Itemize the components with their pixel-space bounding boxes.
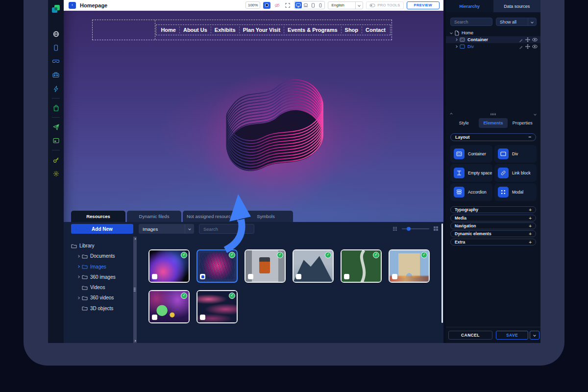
tree-item-360-images[interactable]: 360 images (71, 274, 132, 280)
nav-link-shop[interactable]: Shop (342, 26, 363, 33)
select-checkbox[interactable] (248, 274, 253, 279)
show-all-select[interactable]: Show all (496, 18, 537, 26)
vr-headset-icon[interactable] (48, 54, 64, 68)
lightning-icon[interactable] (48, 82, 64, 96)
thumbnail-arc-de-triomphe[interactable] (389, 249, 430, 283)
nav-link-plan-your-visit[interactable]: Plan Your Visit (240, 26, 284, 33)
tree-item-images[interactable]: Images (71, 264, 132, 270)
language-select[interactable]: English (328, 1, 363, 9)
tab-resources[interactable]: Resources (71, 211, 125, 222)
expand-plus-icon[interactable]: + (529, 223, 532, 229)
thumbnail-forest-road-aerial[interactable] (341, 249, 382, 283)
tab-properties[interactable]: Properties (508, 118, 537, 128)
app-logo-icon[interactable] (51, 4, 61, 14)
drag-handle-icon[interactable] (134, 288, 136, 292)
select-checkbox[interactable] (200, 274, 205, 279)
select-checkbox[interactable] (152, 315, 157, 320)
tree-item-library[interactable]: Library (71, 243, 132, 249)
save-options-chevron[interactable] (530, 331, 539, 340)
resource-type-select[interactable]: Images (139, 224, 194, 234)
add-new-button[interactable]: Add New (71, 224, 133, 234)
thumbnail-size-slider[interactable] (402, 228, 429, 229)
chevron-down-icon[interactable] (450, 31, 453, 34)
nav-link-home[interactable]: Home (157, 26, 180, 33)
device-tablet-button[interactable] (310, 2, 317, 8)
thumbnail-abstract-blue-pink-waves[interactable] (148, 249, 190, 283)
expand-plus-icon[interactable]: + (529, 207, 532, 213)
select-checkbox[interactable] (200, 315, 205, 320)
zoom-level-badge[interactable]: 100% (245, 1, 260, 9)
hierarchy-node-div[interactable]: Div (446, 43, 540, 50)
tree-item-videos[interactable]: Videos (71, 284, 132, 291)
thumbnail-pink-abstract-waves[interactable] (196, 290, 238, 323)
edit-pencil-icon[interactable] (519, 45, 523, 49)
site-header-selection[interactable]: Home About Us Exhibits Plan Your Visit E… (92, 20, 392, 40)
chevron-right-icon[interactable] (455, 45, 458, 48)
element-card-container[interactable]: Container (450, 145, 492, 163)
ar-box-icon[interactable] (48, 68, 64, 82)
element-card-empty-space[interactable]: Empty space (450, 164, 492, 182)
video-player-icon[interactable] (48, 134, 64, 147)
tree-item-360-videos[interactable]: 360 videos (71, 294, 132, 301)
expand-plus-icon[interactable]: + (529, 240, 532, 245)
tab-dynamic-fields[interactable]: Dynamic fileds (127, 211, 181, 222)
shopping-bag-icon[interactable] (48, 101, 64, 115)
small-grid-icon[interactable] (393, 227, 397, 231)
tab-hierarchy[interactable]: Hierarchy (446, 0, 493, 12)
site-preview-canvas[interactable]: Home About Us Exhibits Plan Your Visit E… (64, 11, 443, 222)
tab-elements[interactable]: Elements (479, 118, 508, 128)
thumbnail-pink-wave-cube[interactable] (196, 249, 238, 283)
tree-item-documents[interactable]: Documents (71, 253, 132, 259)
settings-gear-icon[interactable] (48, 167, 64, 180)
save-button[interactable]: SAVE (496, 331, 528, 340)
element-card-link-block[interactable]: Link block (494, 164, 537, 182)
tree-panel-scrollbar[interactable] (133, 237, 137, 343)
select-checkbox[interactable] (152, 274, 157, 279)
resources-search-input[interactable] (199, 224, 254, 234)
eye-icon[interactable] (532, 38, 538, 42)
cancel-button[interactable]: CANCEL (448, 331, 492, 340)
element-card-div[interactable]: Div (494, 145, 537, 163)
chevron-down-icon[interactable] (534, 113, 537, 116)
thumbnail-snowy-mountain[interactable] (293, 249, 334, 283)
section-media[interactable]: Media + (450, 215, 536, 221)
device-phone-button[interactable] (317, 2, 324, 8)
thumbnail-tram-snow-street[interactable] (245, 249, 286, 283)
tab-data-sources[interactable]: Data sources (493, 0, 541, 12)
nav-link-exhibits[interactable]: Exhibits (211, 26, 240, 33)
hierarchy-search-input[interactable] (450, 18, 492, 26)
chevron-up-icon[interactable] (450, 113, 453, 116)
nav-link-contact[interactable]: Contact (362, 26, 389, 33)
element-card-accordion[interactable]: Accordion (450, 183, 492, 201)
section-extra[interactable]: Extra + (450, 239, 536, 245)
edit-pencil-icon[interactable] (519, 38, 523, 42)
select-checkbox[interactable] (296, 274, 301, 279)
select-checkbox[interactable] (392, 274, 397, 279)
collapse-minus-icon[interactable]: – (528, 135, 531, 140)
mobile-icon[interactable] (48, 41, 64, 54)
select-checkbox[interactable] (344, 274, 349, 279)
expand-plus-icon[interactable]: + (529, 216, 532, 221)
element-card-modal[interactable]: Modal (494, 183, 537, 201)
key-icon[interactable] (48, 153, 64, 167)
hidden-elements-icon[interactable] (273, 2, 281, 9)
focus-mode-button[interactable] (263, 2, 270, 9)
expand-plus-icon[interactable]: + (529, 231, 532, 237)
section-typography[interactable]: Typography + (450, 206, 536, 213)
section-navigation[interactable]: Navigation + (450, 222, 536, 229)
nav-link-events-programs[interactable]: Events & Programs (284, 26, 341, 33)
panel-scrollbar[interactable] (441, 223, 443, 323)
device-laptop-button[interactable] (302, 2, 309, 8)
slider-handle[interactable] (407, 227, 411, 231)
tree-item-3d-objects[interactable]: 3D objects (71, 305, 132, 312)
collapse-right-icon[interactable] (134, 340, 136, 342)
hierarchy-node-container[interactable]: Container (446, 36, 540, 43)
move-icon[interactable] (525, 44, 530, 49)
panel-resize-divider[interactable] (446, 111, 540, 118)
layout-section-header[interactable]: Layout – (450, 133, 536, 141)
move-icon[interactable] (525, 37, 530, 42)
site-logo-placeholder[interactable] (93, 20, 155, 40)
section-dynamic-elements[interactable]: Dynamic elements + (450, 230, 536, 237)
preview-button[interactable]: PREVIEW (407, 1, 440, 9)
hierarchy-node-home[interactable]: Home (446, 29, 540, 36)
